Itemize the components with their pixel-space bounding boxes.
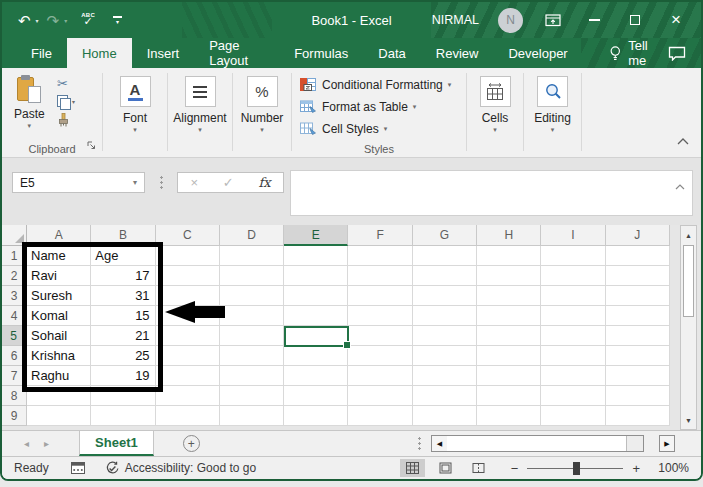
- styles-item-conditional-formatting[interactable]: Conditional Formatting▾: [292, 74, 451, 95]
- cell-E2[interactable]: [284, 266, 348, 286]
- cell-I9[interactable]: [541, 406, 605, 426]
- cell-E8[interactable]: [284, 386, 348, 406]
- cell-D9[interactable]: [220, 406, 284, 426]
- horizontal-scroll-thumb[interactable]: [447, 436, 627, 451]
- tell-me[interactable]: Tell me: [609, 38, 668, 68]
- cell-F2[interactable]: [348, 266, 412, 286]
- vertical-scrollbar[interactable]: ▲ ▼: [680, 225, 697, 430]
- cell-G8[interactable]: [413, 386, 477, 406]
- ribbon-display-options-icon[interactable]: [542, 9, 564, 31]
- row-header-8[interactable]: 8: [2, 386, 27, 406]
- cell-J7[interactable]: [606, 366, 670, 386]
- formula-input[interactable]: [290, 170, 693, 216]
- cell-B2[interactable]: 17: [91, 266, 155, 286]
- zoom-out-button[interactable]: −: [511, 461, 519, 476]
- cell-F8[interactable]: [348, 386, 412, 406]
- cell-J2[interactable]: [606, 266, 670, 286]
- cell-F3[interactable]: [348, 286, 412, 306]
- column-header-E[interactable]: E: [284, 225, 348, 246]
- cell-B9[interactable]: [91, 406, 155, 426]
- zoom-level[interactable]: 100%: [653, 461, 689, 475]
- tab-file[interactable]: File: [16, 38, 67, 68]
- avatar[interactable]: N: [498, 8, 523, 33]
- cell-D2[interactable]: [220, 266, 284, 286]
- collapse-ribbon-icon[interactable]: [677, 131, 689, 149]
- cells-group[interactable]: Cells ▾: [467, 68, 523, 157]
- cell-E7[interactable]: [284, 366, 348, 386]
- accessibility-status[interactable]: Accessibility: Good to go: [105, 461, 256, 475]
- cell-I8[interactable]: [541, 386, 605, 406]
- tab-page-layout[interactable]: Page Layout: [194, 38, 279, 68]
- row-header-6[interactable]: 6: [2, 346, 27, 366]
- cell-D1[interactable]: [220, 246, 284, 266]
- cell-G6[interactable]: [413, 346, 477, 366]
- cell-A1[interactable]: Name: [27, 246, 91, 266]
- cell-C8[interactable]: [156, 386, 220, 406]
- cell-B6[interactable]: 25: [91, 346, 155, 366]
- number-group[interactable]: % Number ▾: [233, 68, 291, 157]
- column-header-G[interactable]: G: [413, 225, 477, 246]
- scroll-up-icon[interactable]: ▲: [681, 227, 696, 243]
- minimize-button[interactable]: [583, 9, 605, 31]
- close-button[interactable]: ×: [665, 9, 687, 31]
- paste-button[interactable]: Paste ▾: [14, 75, 45, 130]
- name-box[interactable]: E5 ▾: [12, 172, 145, 193]
- horizontal-scrollbar[interactable]: ◀: [431, 435, 644, 452]
- page-break-view-button[interactable]: [466, 459, 491, 477]
- styles-item-format-as-table[interactable]: Format as Table▾: [292, 96, 416, 117]
- row-header-4[interactable]: 4: [2, 306, 27, 326]
- format-painter-icon[interactable]: [57, 113, 70, 131]
- column-header-F[interactable]: F: [348, 225, 412, 246]
- zoom-slider-thumb[interactable]: [573, 462, 580, 475]
- row-header-2[interactable]: 2: [2, 266, 27, 286]
- cell-H6[interactable]: [477, 346, 541, 366]
- insert-function-icon[interactable]: fx: [258, 175, 270, 190]
- cell-I2[interactable]: [541, 266, 605, 286]
- clipboard-dialog-launcher-icon[interactable]: [87, 136, 96, 154]
- cell-D3[interactable]: [220, 286, 284, 306]
- user-name[interactable]: NIRMAL: [432, 13, 479, 27]
- cell-E3[interactable]: [284, 286, 348, 306]
- comment-icon[interactable]: [668, 38, 686, 68]
- cell-E6[interactable]: [284, 346, 348, 366]
- cell-I3[interactable]: [541, 286, 605, 306]
- cell-F9[interactable]: [348, 406, 412, 426]
- cell-B5[interactable]: 21: [91, 326, 155, 346]
- cell-J5[interactable]: [606, 326, 670, 346]
- cell-H1[interactable]: [477, 246, 541, 266]
- cell-H5[interactable]: [477, 326, 541, 346]
- cell-J4[interactable]: [606, 306, 670, 326]
- name-box-dropdown-icon[interactable]: ▾: [133, 178, 137, 187]
- zoom-in-button[interactable]: +: [632, 461, 640, 476]
- cell-G1[interactable]: [413, 246, 477, 266]
- cell-C6[interactable]: [156, 346, 220, 366]
- cell-J6[interactable]: [606, 346, 670, 366]
- cell-H8[interactable]: [477, 386, 541, 406]
- row-header-9[interactable]: 9: [2, 406, 27, 426]
- cell-F7[interactable]: [348, 366, 412, 386]
- cell-D6[interactable]: [220, 346, 284, 366]
- cell-A9[interactable]: [27, 406, 91, 426]
- column-header-H[interactable]: H: [477, 225, 541, 246]
- row-header-5[interactable]: 5: [2, 326, 27, 346]
- cell-C1[interactable]: [156, 246, 220, 266]
- scroll-down-icon[interactable]: ▼: [681, 412, 696, 428]
- undo-icon[interactable]: ↶: [18, 13, 31, 28]
- cell-B8[interactable]: [91, 386, 155, 406]
- cell-C7[interactable]: [156, 366, 220, 386]
- cell-H9[interactable]: [477, 406, 541, 426]
- formula-bar-splitter[interactable]: [160, 175, 163, 190]
- cell-B3[interactable]: 31: [91, 286, 155, 306]
- enter-icon[interactable]: ✓: [223, 175, 234, 190]
- cell-I5[interactable]: [541, 326, 605, 346]
- row-header-7[interactable]: 7: [2, 366, 27, 386]
- scroll-right-icon[interactable]: ▶: [659, 435, 675, 452]
- sheet-nav-left-icon[interactable]: ◂: [24, 438, 29, 449]
- cell-C5[interactable]: [156, 326, 220, 346]
- redo-dropdown-icon[interactable]: ▾: [64, 17, 67, 24]
- cell-D4[interactable]: [220, 306, 284, 326]
- tab-home[interactable]: Home: [67, 38, 132, 68]
- cell-J1[interactable]: [606, 246, 670, 266]
- cell-I6[interactable]: [541, 346, 605, 366]
- cell-I7[interactable]: [541, 366, 605, 386]
